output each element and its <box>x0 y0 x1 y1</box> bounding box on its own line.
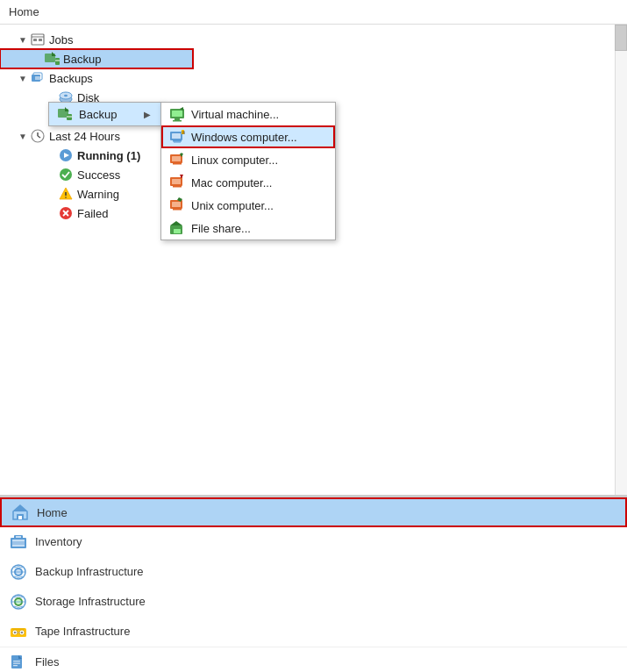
svg-rect-56 <box>173 209 182 211</box>
tree-arrow-failed <box>46 208 56 218</box>
linux-icon <box>168 151 186 168</box>
running-icon <box>58 147 74 163</box>
backup-menu-icon <box>56 105 74 123</box>
backups-icon <box>30 70 46 86</box>
svg-point-25 <box>65 197 67 198</box>
submenu-item-linux-computer[interactable]: Linux computer... <box>161 148 335 171</box>
submenu-item-windows-computer[interactable]: W Windows computer... <box>161 125 335 148</box>
svg-point-13 <box>64 95 68 97</box>
svg-rect-51 <box>173 186 182 188</box>
svg-rect-36 <box>173 120 182 122</box>
tree-label-failed: Failed <box>77 207 108 220</box>
nav-label-home: Home <box>37 506 68 519</box>
tree-item-backup[interactable]: Backup <box>0 49 193 68</box>
success-icon <box>58 167 74 182</box>
vm-icon <box>168 105 186 123</box>
submenu-item-virtual-machine[interactable]: Virtual machine... <box>161 103 335 125</box>
tape-infra-icon <box>9 622 28 641</box>
submenu-label-file-share: File share... <box>191 222 251 235</box>
context-menu-backup-label: Backup <box>79 108 117 121</box>
tree-arrow-jobs: ▼ <box>18 34 28 45</box>
submenu: Virtual machine... W Windows computer... <box>160 102 336 240</box>
submenu-label-virtual-machine: Virtual machine... <box>191 108 279 121</box>
mac-icon <box>168 174 186 191</box>
submenu-item-mac-computer[interactable]: Mac computer... <box>161 171 335 194</box>
nav-item-home[interactable]: Home <box>0 497 627 527</box>
nav-label-files: Files <box>35 655 59 668</box>
submenu-item-file-share[interactable]: File share... <box>161 217 335 239</box>
svg-rect-89 <box>13 663 20 664</box>
svg-rect-85 <box>12 628 25 630</box>
nav-label-backup-infrastructure: Backup Infrastructure <box>35 565 144 578</box>
tree-label-running: Running (1) <box>77 149 140 162</box>
svg-rect-6 <box>55 58 60 65</box>
tree-arrow-last24: ▼ <box>18 131 28 141</box>
nav-label-inventory: Inventory <box>35 535 82 548</box>
submenu-label-unix-computer: Unix computer... <box>191 199 274 212</box>
svg-rect-39 <box>172 133 181 139</box>
nav-item-storage-infrastructure[interactable]: Storage Infrastructure <box>0 587 627 617</box>
title-text: Home <box>9 5 39 18</box>
tree-label-jobs: Jobs <box>49 33 73 46</box>
tree-label-success: Success <box>77 168 120 182</box>
nav-label-storage-infrastructure: Storage Infrastructure <box>35 595 146 608</box>
svg-rect-41 <box>174 142 181 143</box>
main-container: Home ▼ Jobs <box>0 0 627 672</box>
tree-arrow-running <box>46 150 56 161</box>
submenu-label-windows-computer: Windows computer... <box>191 131 297 144</box>
submenu-label-mac-computer: Mac computer... <box>191 176 272 189</box>
context-menu-item-backup[interactable]: Backup ▶ <box>49 103 161 125</box>
svg-text:W: W <box>182 130 186 135</box>
scrollbar-track[interactable] <box>615 25 627 495</box>
svg-marker-5 <box>52 52 56 56</box>
jobs-icon <box>30 32 46 47</box>
svg-point-82 <box>14 631 16 633</box>
backup-icon <box>44 51 60 67</box>
svg-marker-30 <box>65 107 69 111</box>
submenu-item-unix-computer[interactable]: Unix computer... <box>161 194 335 217</box>
nav-item-backup-infrastructure[interactable]: Backup Infrastructure <box>0 557 627 587</box>
tree-label-warning: Warning <box>77 188 119 201</box>
nav-panel: Home Inventory <box>0 497 627 672</box>
nav-label-tape-infrastructure: Tape Infrastructure <box>35 625 130 638</box>
warning-icon <box>58 186 74 202</box>
tree-label-backups: Backups <box>49 72 93 85</box>
svg-rect-66 <box>12 540 25 547</box>
svg-rect-3 <box>39 39 42 41</box>
svg-rect-50 <box>172 179 181 184</box>
inventory-icon <box>9 533 28 552</box>
svg-rect-46 <box>173 163 182 165</box>
context-menu-arrow: ▶ <box>137 110 151 119</box>
backup-infra-icon <box>9 562 28 582</box>
svg-rect-90 <box>13 665 18 666</box>
top-panel: ▼ Jobs <box>0 25 627 497</box>
svg-rect-68 <box>16 536 21 538</box>
scrollbar-thumb[interactable] <box>615 25 627 51</box>
tree-item-jobs[interactable]: ▼ Jobs <box>0 30 193 49</box>
svg-rect-40 <box>173 140 182 142</box>
svg-point-83 <box>21 631 23 633</box>
submenu-label-linux-computer: Linux computer... <box>191 154 278 167</box>
failed-icon <box>58 205 74 221</box>
svg-rect-60 <box>174 229 181 233</box>
tree-arrow-backup <box>32 54 42 64</box>
svg-rect-55 <box>172 202 181 207</box>
nav-item-inventory[interactable]: Inventory <box>0 527 627 557</box>
unix-icon <box>168 197 186 214</box>
home-icon <box>11 503 30 522</box>
svg-rect-45 <box>172 156 181 161</box>
tree-item-backups[interactable]: ▼ Backups <box>0 68 193 88</box>
svg-rect-34 <box>172 111 182 117</box>
fileshare-icon <box>168 219 186 237</box>
svg-rect-64 <box>18 516 22 519</box>
tree-arrow-backups: ▼ <box>18 73 28 83</box>
tree-arrow-success <box>46 169 56 180</box>
files-icon <box>9 652 28 671</box>
nav-item-tape-infrastructure[interactable]: Tape Infrastructure <box>0 617 627 647</box>
svg-rect-35 <box>175 118 180 120</box>
svg-line-19 <box>38 136 40 138</box>
nav-item-files[interactable]: Files <box>0 647 627 672</box>
svg-rect-88 <box>13 661 20 661</box>
tree-arrow-warning <box>46 189 56 199</box>
storage-infra-icon <box>9 592 28 611</box>
